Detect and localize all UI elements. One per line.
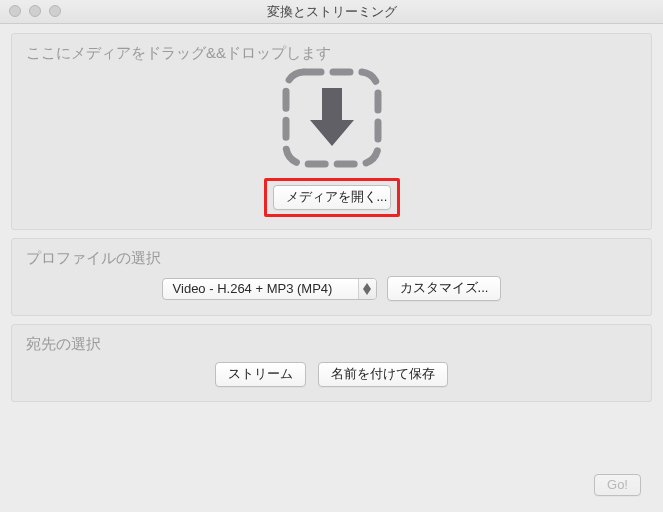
- drop-arrow-icon: [280, 66, 384, 170]
- destination-row: ストリーム 名前を付けて保存: [215, 362, 448, 387]
- profile-section: プロファイルの選択 Video - H.264 + MP3 (MP4) カスタマ…: [11, 238, 652, 316]
- destination-label: 宛先の選択: [26, 335, 101, 354]
- drop-media-section: ここにメディアをドラッグ&&ドロップします メディアを開く...: [11, 33, 652, 230]
- window-title: 変換とストリーミング: [267, 3, 397, 21]
- profile-row: Video - H.264 + MP3 (MP4) カスタマイズ...: [162, 276, 502, 301]
- svg-marker-4: [363, 289, 371, 295]
- open-media-button[interactable]: メディアを開く...: [273, 185, 391, 210]
- open-media-highlight: メディアを開く...: [264, 178, 400, 217]
- destination-section: 宛先の選択 ストリーム 名前を付けて保存: [11, 324, 652, 402]
- drop-media-label: ここにメディアをドラッグ&&ドロップします: [26, 44, 331, 63]
- select-stepper-icon: [358, 279, 376, 299]
- customize-button[interactable]: カスタマイズ...: [387, 276, 502, 301]
- drop-body: メディアを開く...: [264, 66, 400, 217]
- save-as-button[interactable]: 名前を付けて保存: [318, 362, 448, 387]
- titlebar: 変換とストリーミング: [0, 0, 663, 24]
- minimize-icon[interactable]: [29, 5, 41, 17]
- profile-select-value: Video - H.264 + MP3 (MP4): [163, 279, 358, 299]
- content: ここにメディアをドラッグ&&ドロップします メディアを開く... プロファイルの…: [0, 24, 663, 421]
- window-controls: [9, 5, 61, 17]
- footer: Go!: [594, 474, 641, 496]
- svg-rect-1: [322, 88, 342, 122]
- profile-select[interactable]: Video - H.264 + MP3 (MP4): [162, 278, 377, 300]
- profile-label: プロファイルの選択: [26, 249, 161, 268]
- zoom-icon[interactable]: [49, 5, 61, 17]
- go-button[interactable]: Go!: [594, 474, 641, 496]
- svg-marker-2: [310, 120, 354, 146]
- close-icon[interactable]: [9, 5, 21, 17]
- stream-button[interactable]: ストリーム: [215, 362, 306, 387]
